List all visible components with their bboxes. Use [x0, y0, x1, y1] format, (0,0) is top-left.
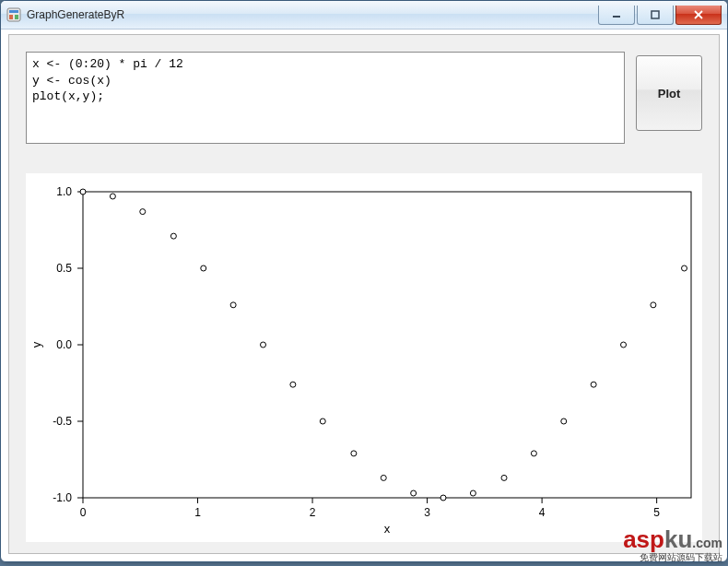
app-window: GraphGenerateByR Plot 012345-1.0-0.50.00… — [0, 0, 728, 562]
svg-point-47 — [501, 475, 507, 480]
client-area: Plot 012345-1.0-0.50.00.51.0xy — [8, 34, 720, 554]
svg-text:0.5: 0.5 — [56, 262, 72, 275]
svg-point-40 — [290, 382, 296, 387]
svg-text:-1.0: -1.0 — [53, 491, 72, 504]
svg-text:1: 1 — [194, 506, 201, 519]
code-editor[interactable] — [26, 52, 625, 144]
svg-point-46 — [470, 490, 476, 496]
svg-point-37 — [201, 265, 206, 271]
svg-rect-3 — [15, 15, 18, 19]
svg-rect-1 — [9, 10, 18, 13]
svg-text:x: x — [384, 522, 391, 536]
svg-text:2: 2 — [310, 506, 316, 519]
svg-point-33 — [80, 189, 86, 195]
titlebar[interactable]: GraphGenerateByR — [1, 1, 727, 29]
maximize-button[interactable] — [637, 6, 674, 25]
scatter-chart: 012345-1.0-0.50.00.51.0xy — [26, 173, 702, 542]
svg-point-36 — [170, 233, 176, 239]
svg-text:y: y — [29, 341, 43, 348]
svg-text:0.0: 0.0 — [56, 338, 72, 351]
svg-rect-2 — [9, 15, 13, 19]
svg-point-52 — [651, 302, 656, 308]
svg-point-50 — [591, 382, 596, 387]
plot-panel: 012345-1.0-0.50.00.51.0xy — [26, 173, 702, 542]
svg-point-43 — [381, 475, 386, 480]
svg-text:0: 0 — [80, 506, 87, 519]
window-title: GraphGenerateByR — [27, 8, 598, 21]
svg-point-48 — [531, 451, 536, 456]
svg-text:5: 5 — [653, 506, 660, 519]
svg-point-38 — [230, 302, 236, 308]
app-icon — [6, 7, 21, 22]
svg-point-53 — [682, 265, 687, 271]
svg-rect-5 — [652, 11, 659, 18]
toolbar-row: Plot — [26, 52, 702, 144]
svg-text:1.0: 1.0 — [56, 185, 72, 198]
close-button[interactable] — [675, 6, 722, 25]
svg-point-51 — [621, 342, 627, 348]
svg-point-35 — [140, 209, 146, 215]
window-controls — [598, 6, 722, 25]
svg-text:4: 4 — [539, 506, 546, 519]
svg-point-44 — [411, 490, 417, 496]
svg-text:3: 3 — [424, 506, 430, 519]
svg-point-42 — [351, 451, 357, 456]
svg-point-49 — [561, 419, 567, 424]
svg-point-34 — [110, 194, 115, 199]
svg-point-39 — [261, 342, 266, 348]
minimize-button[interactable] — [598, 6, 635, 25]
svg-point-45 — [440, 495, 446, 501]
plot-button[interactable]: Plot — [636, 55, 702, 131]
svg-point-41 — [320, 419, 325, 424]
svg-text:-0.5: -0.5 — [53, 415, 72, 428]
